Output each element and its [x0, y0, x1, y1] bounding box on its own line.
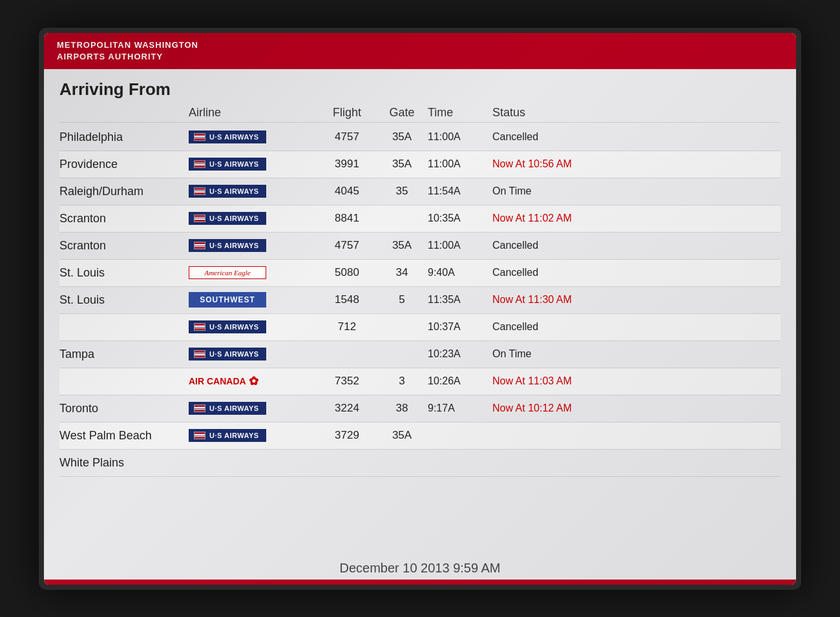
- city-name: Philadelphia: [59, 131, 189, 144]
- table-row: White Plains: [59, 450, 781, 477]
- col-city: [59, 106, 189, 120]
- city-name: Scranton: [59, 239, 189, 253]
- city-name: Scranton: [59, 212, 189, 225]
- flight-number: 3729: [318, 429, 376, 442]
- city-name: Raleigh/Durham: [59, 185, 189, 198]
- scheduled-time: 11:00A: [428, 158, 492, 170]
- flag-icon: [194, 242, 205, 249]
- flag-icon: [194, 404, 205, 412]
- screen-inner: METROPOLITAN WASHINGTON AIRPORTS AUTHORI…: [44, 33, 796, 585]
- flight-status: Now At 11:03 AM: [492, 375, 781, 387]
- flight-number: 5080: [318, 266, 376, 279]
- airline-logo: U·S AIRWAYS: [189, 348, 318, 361]
- header-line2: AIRPORTS AUTHORITY: [57, 52, 163, 61]
- board-title: Arriving From: [59, 79, 781, 99]
- table-row: Providence U·S AIRWAYS399135A11:00ANow A…: [59, 151, 781, 178]
- scheduled-time: 9:17A: [428, 403, 492, 414]
- scheduled-time: 10:23A: [428, 348, 492, 360]
- col-gate: Gate: [376, 106, 428, 120]
- us-airways-badge: U·S AIRWAYS: [189, 429, 266, 442]
- gate-number: 35A: [376, 131, 428, 143]
- flight-status: Cancelled: [492, 267, 781, 278]
- table-row: West Palm Beach U·S AIRWAYS372935A: [59, 423, 781, 450]
- table-row: Tampa U·S AIRWAYS10:23AOn Time: [59, 341, 781, 368]
- us-airways-badge: U·S AIRWAYS: [189, 239, 266, 252]
- gate-number: 35A: [376, 429, 428, 442]
- airline-logo: American Eagle: [189, 266, 318, 279]
- airline-logo: U·S AIRWAYS: [189, 158, 318, 171]
- scheduled-time: 11:35A: [428, 294, 492, 306]
- screen-outer: METROPOLITAN WASHINGTON AIRPORTS AUTHORI…: [39, 28, 801, 590]
- gate-number: 35A: [376, 239, 428, 252]
- flag-icon: [194, 432, 205, 439]
- scheduled-time: 10:37A: [428, 321, 492, 333]
- scheduled-time: 11:54A: [428, 185, 492, 197]
- air-canada-badge: AIR CANADA ✿: [189, 374, 258, 388]
- flight-status: Now At 11:30 AM: [492, 294, 781, 306]
- table-row: Scranton U·S AIRWAYS884110:35ANow At 11:…: [59, 205, 781, 233]
- flight-number: 3224: [318, 402, 376, 415]
- flight-status: Now At 10:12 AM: [492, 403, 781, 414]
- gate-number: 3: [376, 375, 428, 388]
- american-eagle-badge: American Eagle: [189, 266, 266, 279]
- gate-number: 5: [376, 293, 428, 306]
- table-row: St. LouisSOUTHWEST1548511:35ANow At 11:3…: [59, 287, 781, 314]
- airline-logo: U·S AIRWAYS: [189, 185, 318, 198]
- flag-icon: [194, 187, 205, 195]
- city-name: Toronto: [59, 402, 189, 415]
- bottom-red-bar: [44, 580, 796, 585]
- city-name: West Palm Beach: [59, 429, 189, 443]
- flight-status: Cancelled: [492, 240, 781, 251]
- flight-status: Cancelled: [492, 321, 781, 333]
- col-airline: Airline: [189, 106, 318, 120]
- city-name: Tampa: [59, 348, 189, 361]
- gate-number: 38: [376, 402, 428, 415]
- airline-logo: U·S AIRWAYS: [189, 239, 318, 252]
- city-name: White Plains: [59, 456, 189, 470]
- scheduled-time: 11:00A: [428, 131, 492, 143]
- flag-icon: [194, 323, 205, 331]
- airline-logo: SOUTHWEST: [189, 292, 318, 308]
- city-name: St. Louis: [59, 266, 189, 280]
- table-row: Raleigh/Durham U·S AIRWAYS40453511:54AOn…: [59, 178, 781, 205]
- table-row: St. LouisAmerican Eagle5080349:40ACancel…: [59, 260, 781, 287]
- column-headers: Airline Flight Gate Time Status: [59, 103, 781, 123]
- us-airways-badge: U·S AIRWAYS: [189, 185, 266, 198]
- table-row: U·S AIRWAYS71210:37ACancelled: [59, 314, 781, 341]
- flag-icon: [194, 350, 205, 358]
- flight-number: 3991: [318, 158, 376, 171]
- southwest-badge: SOUTHWEST: [189, 292, 266, 308]
- col-time: Time: [428, 106, 492, 120]
- scheduled-time: 10:35A: [428, 213, 492, 224]
- scheduled-time: 9:40A: [428, 267, 492, 278]
- flag-icon: [194, 133, 205, 141]
- us-airways-badge: U·S AIRWAYS: [189, 131, 266, 143]
- arrivals-board: Arriving From Airline Flight Gate Time S…: [44, 69, 796, 554]
- flight-number: 4757: [318, 131, 376, 143]
- us-airways-badge: U·S AIRWAYS: [189, 212, 266, 225]
- table-row: Scranton U·S AIRWAYS475735A11:00ACancell…: [59, 233, 781, 260]
- us-airways-badge: U·S AIRWAYS: [189, 158, 266, 171]
- flag-icon: [194, 160, 205, 168]
- flight-number: 4045: [318, 185, 376, 198]
- flight-number: 1548: [318, 293, 376, 306]
- city-name: Providence: [59, 158, 189, 171]
- airline-logo: U·S AIRWAYS: [189, 429, 318, 442]
- flight-status: Cancelled: [492, 131, 781, 143]
- us-airways-badge: U·S AIRWAYS: [189, 402, 266, 415]
- table-row: Toronto U·S AIRWAYS3224389:17ANow At 10:…: [59, 395, 781, 423]
- flight-number: 712: [318, 320, 376, 333]
- us-airways-badge: U·S AIRWAYS: [189, 320, 266, 333]
- flag-icon: [194, 214, 205, 222]
- flight-number: 8841: [318, 212, 376, 225]
- flight-status: On Time: [492, 348, 781, 360]
- airline-logo: U·S AIRWAYS: [189, 131, 318, 143]
- scheduled-time: 11:00A: [428, 240, 492, 251]
- header-bar: METROPOLITAN WASHINGTON AIRPORTS AUTHORI…: [44, 33, 796, 69]
- col-flight: Flight: [318, 106, 376, 120]
- flight-number: 7352: [318, 375, 376, 388]
- header-line1: METROPOLITAN WASHINGTON: [57, 40, 198, 50]
- table-row: AIR CANADA ✿7352310:26ANow At 11:03 AM: [59, 368, 781, 395]
- table-row: Philadelphia U·S AIRWAYS475735A11:00ACan…: [59, 124, 781, 151]
- authority-name: METROPOLITAN WASHINGTON AIRPORTS AUTHORI…: [57, 39, 198, 63]
